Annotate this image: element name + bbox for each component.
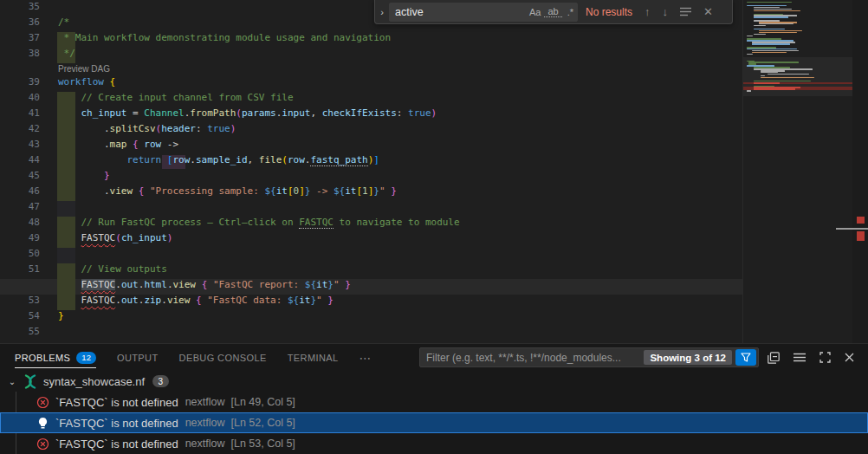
code-text: // View outputs (58, 263, 167, 279)
code-line-55[interactable] (0, 326, 743, 341)
lightbulb-icon (36, 417, 49, 430)
showing-count-badge: Showing 3 of 12 (644, 350, 732, 365)
code-text: FASTQC.out.zip.view { "FastQC data: ${it… (58, 295, 334, 310)
code-line-48[interactable]: // Run FastQC process – Ctrl–click on FA… (0, 217, 743, 232)
toggle-replace-icon[interactable]: › (375, 1, 389, 23)
regex-icon[interactable]: .* (564, 7, 577, 17)
code-text: // Create input channel from CSV file (58, 92, 294, 107)
panel-tab-label: OUTPUT (117, 353, 159, 363)
code-line-37[interactable]: * Main workflow demonstrating module usa… (0, 32, 743, 48)
minimap-error-text (754, 82, 780, 84)
git-change-indicator (57, 248, 75, 263)
problem-position: [Ln 49, Col 5] (230, 396, 295, 408)
panel-tabs: PROBLEMS12OUTPUTDEBUG CONSOLETERMINAL⋯ (0, 344, 372, 371)
code-line-44[interactable]: return [row.sample_id, file(row.fastq_pa… (0, 154, 743, 170)
problem-row[interactable]: `FASTQC` is not definednextflow[Ln 52, C… (0, 412, 868, 433)
minimap-line (752, 52, 787, 53)
find-previous-icon[interactable]: ↑ (645, 5, 651, 18)
code-line-45[interactable]: } (0, 170, 743, 185)
code-line-46[interactable]: .view { "Processing sample: ${it[0]} -> … (0, 185, 743, 201)
code-text: ch_input = Channel.fromPath(params.input… (58, 107, 437, 123)
minimap[interactable] (743, 0, 852, 343)
problems-filter-box[interactable]: Filter (e.g. text, **/*.ts, !**/node_mod… (419, 347, 759, 367)
match-case-icon[interactable]: Aa (526, 7, 544, 17)
chevron-down-icon[interactable]: ⌄ (5, 377, 19, 386)
panel-actions (768, 344, 854, 371)
panel-header: PROBLEMS12OUTPUTDEBUG CONSOLETERMINAL⋯ F… (0, 344, 868, 371)
code-line-42[interactable]: .splitCsv(header: true) (0, 123, 743, 139)
find-input[interactable] (390, 6, 526, 18)
find-in-selection-icon[interactable] (680, 7, 691, 16)
code-line-50[interactable] (0, 248, 743, 263)
code-text: */ (58, 48, 75, 63)
panel-more-tabs-icon[interactable]: ⋯ (360, 344, 372, 371)
code-line-49[interactable]: FASTQC(ch_input) (0, 232, 743, 248)
code-text: } (58, 170, 110, 185)
code-text: FASTQC.out.html.view { "FastQC report: $… (58, 279, 351, 295)
whole-word-icon[interactable]: ab (544, 6, 561, 17)
git-change-indicator (57, 201, 75, 217)
error-marker (857, 217, 865, 224)
problems-count-badge: 12 (76, 352, 96, 364)
codelens-preview-dag[interactable]: Preview DAG (58, 64, 110, 74)
close-panel-icon[interactable] (845, 353, 854, 362)
panel-tab-problems[interactable]: PROBLEMS12 (15, 344, 96, 371)
maximize-panel-icon[interactable] (819, 352, 831, 363)
code-text: .map { row -> (58, 139, 178, 154)
overview-ruler[interactable] (852, 0, 868, 343)
find-results-message: No results (586, 6, 632, 18)
filter-placeholder[interactable]: Filter (e.g. text, **/*.ts, !**/node_mod… (420, 352, 644, 364)
problem-message: `FASTQC` is not defined (55, 417, 178, 430)
problem-message: `FASTQC` is not defined (55, 396, 178, 409)
code-text: * Main workflow demonstrating module usa… (58, 32, 391, 48)
code-line-43[interactable]: .map { row -> (0, 139, 743, 154)
code-text: /* (58, 16, 69, 32)
code-area[interactable]: 3536373839404142434445464748495051525354… (0, 0, 743, 343)
panel-tab-label: TERMINAL (288, 353, 339, 363)
problem-message: `FASTQC` is not defined (55, 438, 178, 451)
panel-tab-output[interactable]: OUTPUT (117, 344, 159, 371)
error-icon (36, 438, 49, 451)
find-widget: › Aa ab .* No results ↑ ↓ ✕ (374, 0, 733, 24)
problems-file-row[interactable]: ⌄syntax_showcase.nf3 (0, 371, 868, 392)
code-line-38[interactable]: */ (0, 48, 743, 63)
minimap-line (754, 25, 766, 26)
problem-row[interactable]: `FASTQC` is not definednextflow[Ln 49, C… (0, 392, 868, 412)
panel-tab-label: DEBUG CONSOLE (179, 353, 267, 363)
minimap-error-text (754, 88, 795, 90)
code-editor[interactable]: 3536373839404142434445464748495051525354… (0, 0, 868, 343)
minimap-line (759, 30, 802, 31)
code-line-47[interactable] (0, 201, 743, 217)
minimap-line (754, 7, 780, 8)
minimap-line (747, 90, 751, 91)
minimap-line (747, 54, 753, 55)
code-line-53[interactable]: FASTQC.out.zip.view { "FastQC data: ${it… (0, 295, 743, 310)
filter-funnel-button[interactable] (735, 349, 756, 366)
panel-tab-terminal[interactable]: TERMINAL (288, 344, 339, 371)
code-line-39[interactable]: workflow { (0, 76, 743, 92)
code-line-52[interactable]: FASTQC.out.html.view { "FastQC report: $… (0, 279, 743, 295)
collapse-all-icon[interactable] (768, 352, 780, 364)
problem-source: nextflow (185, 396, 225, 408)
code-line-54[interactable]: } (0, 310, 743, 326)
minimap-line (747, 36, 753, 36)
code-text: } (58, 310, 64, 326)
code-text: // Run FastQC process – Ctrl–click on FA… (58, 217, 460, 232)
minimap-line (754, 9, 792, 10)
panel-tab-debug-console[interactable]: DEBUG CONSOLE (179, 344, 267, 371)
find-close-icon[interactable]: ✕ (703, 5, 713, 18)
problem-source: nextflow (185, 417, 225, 429)
find-next-icon[interactable]: ↓ (663, 5, 669, 18)
panel-tab-label: ⋯ (360, 351, 372, 365)
code-line-41[interactable]: ch_input = Channel.fromPath(params.input… (0, 107, 743, 123)
code-line-40[interactable]: // Create input channel from CSV file (0, 92, 743, 107)
minimap-line (754, 16, 788, 17)
scroll-position-marker (836, 228, 868, 230)
problem-row[interactable]: `FASTQC` is not definednextflow[Ln 53, C… (0, 433, 868, 454)
view-as-table-icon[interactable] (794, 353, 806, 362)
code-text: FASTQC(ch_input) (58, 232, 172, 248)
find-input-box[interactable]: Aa ab .* (389, 3, 578, 22)
minimap-line (754, 10, 800, 11)
error-marker (857, 231, 865, 241)
code-line-51[interactable]: // View outputs (0, 263, 743, 279)
